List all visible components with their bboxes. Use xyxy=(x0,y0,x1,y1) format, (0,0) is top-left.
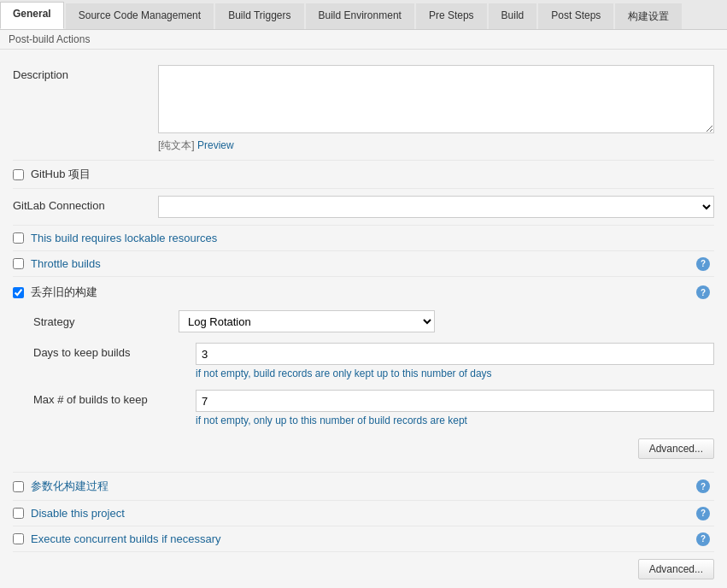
post-build-actions-label: Post-build Actions xyxy=(9,33,90,45)
gitlab-control xyxy=(158,196,714,218)
github-row: GitHub 项目 xyxy=(13,161,714,189)
description-row: Description [纯文本] Preview xyxy=(13,58,714,161)
tab-source-code[interactable]: Source Code Management xyxy=(66,3,214,29)
parameterize-row: 参数化构建过程 ? xyxy=(13,473,714,501)
tab-build-triggers[interactable]: Build Triggers xyxy=(215,3,303,29)
strategy-row: Strategy Log Rotation xyxy=(33,305,714,338)
disable-row: Disable this project ? xyxy=(13,501,714,526)
gitlab-select[interactable] xyxy=(158,196,714,218)
throttle-label: Throttle builds xyxy=(31,257,101,270)
days-control: if not empty, build records are only kep… xyxy=(196,343,714,379)
content-area: Description [纯文本] Preview GitHub 项目 GitL… xyxy=(0,50,727,588)
description-textarea[interactable] xyxy=(158,65,714,133)
tab-build-env[interactable]: Build Environment xyxy=(306,3,414,29)
disable-label: Disable this project xyxy=(31,507,125,520)
strategy-section: Strategy Log Rotation Days to keep build… xyxy=(13,305,714,466)
tabs-bar: General Source Code Management Build Tri… xyxy=(0,0,727,30)
concurrent-row: Execute concurrent builds if necessary ? xyxy=(13,526,714,552)
max-builds-input[interactable] xyxy=(196,390,714,412)
disable-checkbox[interactable] xyxy=(13,508,24,519)
tab-pre-steps[interactable]: Pre Steps xyxy=(416,3,487,29)
throttle-checkbox[interactable] xyxy=(13,258,24,269)
throttle-help-icon[interactable]: ? xyxy=(696,257,710,271)
days-input[interactable] xyxy=(196,343,714,365)
gitlab-row: GitLab Connection xyxy=(13,189,714,226)
max-builds-row: Max # of builds to keep if not empty, on… xyxy=(33,385,714,432)
description-label: Description xyxy=(13,65,158,81)
disable-help-icon[interactable]: ? xyxy=(696,507,710,520)
plain-text-link[interactable]: [纯文本] xyxy=(158,139,195,151)
strategy-label: Strategy xyxy=(33,315,179,328)
lockable-checkbox[interactable] xyxy=(13,232,24,244)
strategy-select[interactable]: Log Rotation xyxy=(179,310,435,332)
concurrent-checkbox[interactable] xyxy=(13,533,24,544)
lockable-label: This build requires lockable resources xyxy=(31,232,217,244)
tab-post-steps[interactable]: Post Steps xyxy=(538,3,613,29)
days-hint: if not empty, build records are only kep… xyxy=(196,368,714,379)
days-label: Days to keep builds xyxy=(33,343,196,359)
tab-build-settings[interactable]: 构建设置 xyxy=(615,3,682,29)
discard-help-icon[interactable]: ? xyxy=(696,285,710,299)
discard-row: 丢弃旧的构建 ? Strategy Log Rotation Days to k… xyxy=(13,277,714,473)
max-builds-hint: if not empty, only up to this number of … xyxy=(196,415,714,426)
days-row: Days to keep builds if not empty, build … xyxy=(33,338,714,385)
concurrent-label: Execute concurrent builds if necessary xyxy=(31,532,221,545)
advanced-button-2[interactable]: Advanced... xyxy=(638,559,714,579)
gitlab-label: GitLab Connection xyxy=(13,196,158,212)
advanced-button-1[interactable]: Advanced... xyxy=(638,438,714,459)
tab-general[interactable]: General xyxy=(0,2,64,29)
max-builds-label: Max # of builds to keep xyxy=(33,390,196,406)
github-checkbox[interactable] xyxy=(13,169,24,180)
parameterize-help-icon[interactable]: ? xyxy=(696,479,710,493)
tab-build[interactable]: Build xyxy=(489,3,537,29)
advanced-btn-row-2: Advanced... xyxy=(13,552,714,586)
preview-links: [纯文本] Preview xyxy=(158,138,714,153)
advanced-btn-row-1: Advanced... xyxy=(33,432,714,466)
preview-link[interactable]: Preview xyxy=(197,139,234,151)
lockable-row: This build requires lockable resources xyxy=(13,226,714,251)
parameterize-checkbox[interactable] xyxy=(13,481,24,492)
description-control: [纯文本] Preview xyxy=(158,65,714,153)
max-builds-control: if not empty, only up to this number of … xyxy=(196,390,714,426)
discard-checkbox[interactable] xyxy=(13,287,24,298)
sub-tab-bar: Post-build Actions xyxy=(0,30,727,50)
discard-label: 丢弃旧的构建 xyxy=(31,285,97,300)
parameterize-label: 参数化构建过程 xyxy=(31,479,108,494)
concurrent-help-icon[interactable]: ? xyxy=(696,532,710,546)
github-label: GitHub 项目 xyxy=(31,167,91,182)
throttle-row: Throttle builds ? xyxy=(13,251,714,277)
